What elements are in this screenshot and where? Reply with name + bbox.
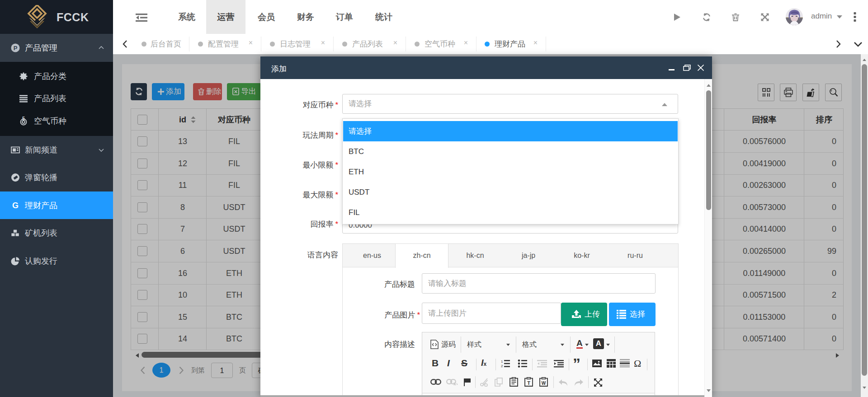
svg-text:T: T [527,380,530,386]
svg-text:1: 1 [501,360,503,364]
svg-text:W: W [542,381,546,386]
svg-text:2: 2 [501,364,503,368]
svg-text:5: 5 [22,117,25,121]
svg-text:G: G [12,201,19,210]
svg-text:P: P [14,45,18,51]
